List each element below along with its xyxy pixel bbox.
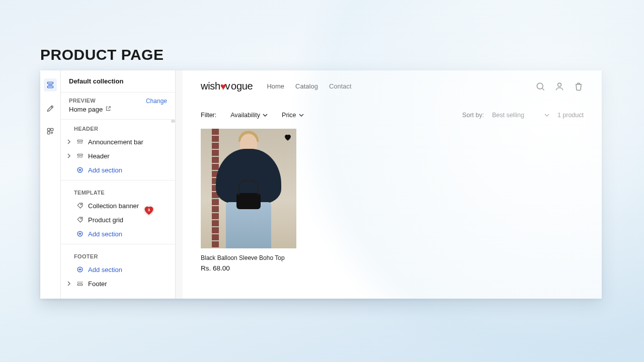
product-card[interactable]: Black Balloon Sleeve Boho Top Rs. 68.00 <box>201 129 296 272</box>
sidebar-sections: HEADER Announcement bar Header Add secti… <box>61 120 175 299</box>
icon-rail <box>40 70 61 299</box>
section-icon <box>76 152 84 160</box>
chevron-down-icon <box>544 113 549 118</box>
header-icons <box>535 81 584 92</box>
svg-rect-1 <box>47 86 53 87</box>
group-footer-label: FOOTER <box>61 247 175 262</box>
store-logo[interactable]: wish♥vogue <box>201 80 253 92</box>
chevron-down-icon <box>263 113 268 118</box>
svg-rect-8 <box>77 154 83 156</box>
wishlist-count-badge: 3 <box>148 208 150 212</box>
filter-availability[interactable]: Availability <box>230 112 268 119</box>
nav-home[interactable]: Home <box>267 82 284 90</box>
page-heading: PRODUCT PAGE <box>40 46 164 63</box>
row-header[interactable]: Header <box>61 149 175 163</box>
add-section-label: Add section <box>88 230 122 238</box>
add-section-label: Add section <box>88 266 122 274</box>
chevron-right-icon <box>66 281 72 286</box>
svg-rect-9 <box>77 156 83 157</box>
group-header-label: HEADER <box>61 120 175 135</box>
filter-bar: Filter: Availability Price Sort by: Best… <box>183 103 602 125</box>
store-header: wish♥vogue Home Catalog Contact <box>183 70 602 103</box>
svg-point-12 <box>80 218 82 219</box>
svg-rect-0 <box>47 82 53 83</box>
add-section-header[interactable]: Add section <box>61 163 175 177</box>
row-product-grid[interactable]: Product grid <box>61 213 175 227</box>
row-label: Product grid <box>88 216 123 224</box>
product-image <box>201 129 296 248</box>
preview-page-row[interactable]: Home page <box>69 106 167 113</box>
chevron-right-icon <box>66 153 72 158</box>
cart-icon[interactable] <box>574 81 584 92</box>
nav-contact[interactable]: Contact <box>329 82 352 90</box>
sidebar-title: Default collection <box>61 70 175 93</box>
sort-value: Best selling <box>492 112 524 119</box>
svg-point-18 <box>558 83 561 86</box>
theme-settings-icon[interactable] <box>44 102 57 115</box>
row-collection-banner[interactable]: Collection banner <box>61 199 175 213</box>
preview-switcher: PREVIEW Change Home page <box>61 93 175 120</box>
tag-icon <box>76 202 84 210</box>
product-name: Black Balloon Sleeve Boho Top <box>201 254 296 261</box>
filter-price[interactable]: Price <box>282 112 303 119</box>
app-embeds-icon[interactable] <box>44 125 57 138</box>
chevron-down-icon <box>299 113 304 118</box>
group-template-label: TEMPLATE <box>61 184 175 199</box>
row-announcement-bar[interactable]: Announcement bar <box>61 135 175 149</box>
svg-rect-15 <box>77 282 83 283</box>
product-price: Rs. 68.00 <box>201 264 296 272</box>
wishlist-floating-button[interactable]: 3 <box>143 204 155 216</box>
wishlist-heart-icon[interactable] <box>283 133 292 142</box>
editor-window: Default collection PREVIEW Change Home p… <box>40 70 602 299</box>
preview-pane: wish♥vogue Home Catalog Contact Filter: … <box>176 70 602 299</box>
sort-select[interactable]: Best selling <box>492 112 549 119</box>
row-footer[interactable]: Footer <box>61 277 175 291</box>
svg-rect-16 <box>77 284 83 286</box>
svg-rect-3 <box>47 128 50 131</box>
nav-links: Home Catalog Contact <box>267 82 351 90</box>
search-icon[interactable] <box>535 81 545 92</box>
product-count: 1 product <box>557 112 584 119</box>
row-label: Collection banner <box>88 202 139 210</box>
row-label: Announcement bar <box>88 138 143 146</box>
filter-price-label: Price <box>282 112 296 119</box>
filter-availability-label: Availability <box>230 112 260 119</box>
logo-text-2: ogue <box>231 80 253 92</box>
logo-text-1: wish <box>201 80 220 92</box>
svg-rect-4 <box>51 128 53 131</box>
separator <box>61 244 175 244</box>
plus-circle-icon <box>76 166 84 174</box>
svg-rect-5 <box>47 132 50 134</box>
separator <box>61 180 175 180</box>
plus-circle-icon <box>76 265 84 274</box>
external-link-icon <box>105 106 111 113</box>
section-icon <box>76 138 84 146</box>
add-section-template[interactable]: Add section <box>61 227 175 241</box>
add-section-label: Add section <box>88 166 122 174</box>
svg-point-11 <box>80 204 82 205</box>
row-label: Footer <box>88 280 107 288</box>
chevron-right-icon <box>66 139 72 144</box>
sort-label: Sort by: <box>462 112 484 119</box>
svg-rect-7 <box>77 142 83 143</box>
product-grid: Black Balloon Sleeve Boho Top Rs. 68.00 <box>183 125 602 276</box>
filter-label: Filter: <box>201 112 216 119</box>
row-label: Header <box>88 152 110 160</box>
svg-rect-6 <box>77 140 83 142</box>
svg-point-17 <box>537 83 543 89</box>
storefront: wish♥vogue Home Catalog Contact Filter: … <box>183 70 602 299</box>
section-icon <box>76 280 84 288</box>
preview-page-label: Home page <box>69 106 103 113</box>
sidebar: Default collection PREVIEW Change Home p… <box>61 70 176 299</box>
add-section-footer[interactable]: Add section <box>61 262 175 277</box>
account-icon[interactable] <box>554 81 565 92</box>
sections-icon[interactable] <box>44 78 57 92</box>
change-link[interactable]: Change <box>146 98 167 105</box>
tag-icon <box>76 216 84 224</box>
plus-circle-icon <box>76 230 84 238</box>
nav-catalog[interactable]: Catalog <box>295 82 318 90</box>
